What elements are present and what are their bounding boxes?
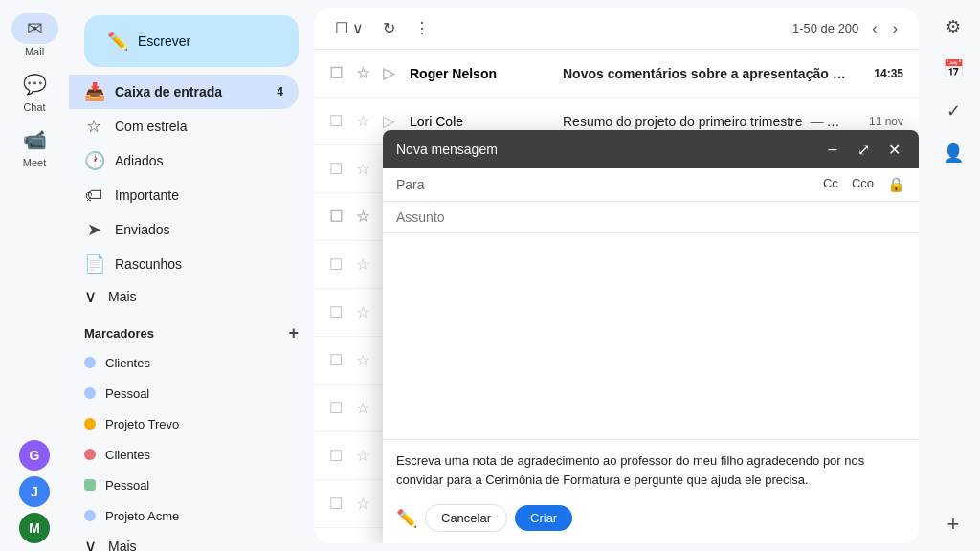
sidebar-item-meet[interactable]: 📹 Meet	[0, 119, 69, 174]
avatar-2[interactable]: J	[19, 476, 50, 507]
more-options-button[interactable]: ⋮	[409, 15, 435, 41]
tasks-button[interactable]: ✓	[934, 92, 972, 130]
checkbox-icon[interactable]: ☐	[329, 495, 348, 513]
sidebar-item-chat[interactable]: 💬 Chat	[0, 63, 69, 119]
checkbox-icon[interactable]: ☐	[329, 303, 348, 321]
checkbox-icon[interactable]: ☐	[329, 112, 348, 130]
star-icon[interactable]: ☆	[356, 399, 375, 417]
toolbar-right: 1-50 de 200 ‹ ›	[792, 16, 903, 41]
labels-title: Marcadores	[84, 326, 154, 341]
label-item-pessoal1[interactable]: Pessoal	[69, 378, 299, 408]
chevron-down-icon: ∨	[84, 286, 97, 307]
label-name-projeto-trevo: Projeto Trevo	[105, 417, 179, 431]
chevron-down-icon-2: ∨	[84, 536, 97, 551]
checkbox-icon[interactable]: ☐	[329, 542, 348, 543]
label-dot-clientes2	[84, 449, 96, 460]
label-item-clientes2[interactable]: Clientes	[69, 439, 299, 470]
mail-icon: ✉	[27, 17, 43, 40]
checkbox-icon[interactable]: ☐	[329, 160, 348, 178]
compose-label: Escrever	[138, 33, 190, 49]
ai-cancel-button[interactable]: Cancelar	[425, 504, 507, 532]
email-row[interactable]: ☐ ☆ ▷ Roger Nelson Novos comentários sob…	[314, 50, 919, 98]
main-content: ☐ ∨ ↻ ⋮ 1-50 de 200 ‹ › ☐ ☆ ▷ Roger Nels…	[314, 8, 919, 543]
star-icon[interactable]: ☆	[356, 495, 375, 513]
cc-label[interactable]: Cc	[823, 176, 838, 193]
avatar-3[interactable]: M	[19, 513, 50, 543]
label-dot-pessoal2	[84, 479, 96, 491]
nav-item-drafts[interactable]: 📄 Rascunhos	[69, 247, 299, 281]
label-dot-projeto-trevo	[84, 418, 96, 430]
star-icon[interactable]: ☆	[356, 112, 375, 130]
nav-item-important[interactable]: 🏷 Importante	[69, 178, 299, 212]
nav-item-snoozed[interactable]: 🕐 Adiados	[69, 143, 299, 178]
compose-modal: Nova mensagem – ⤢ ✕ Para Cc Cco 🔒	[383, 130, 919, 543]
ai-suggestion-box: Escreva uma nota de agradecimento ao pro…	[383, 439, 919, 543]
ai-actions: ✏️ Cancelar Criar	[396, 504, 905, 532]
avatar-1[interactable]: G	[19, 440, 50, 471]
nav-item-sent[interactable]: ➤ Enviados	[69, 212, 299, 247]
nav-label-important: Importante	[115, 187, 179, 203]
star-icon[interactable]: ☆	[356, 255, 375, 274]
star-icon[interactable]: ☆	[356, 64, 375, 82]
checkbox-icon[interactable]: ☐	[329, 351, 348, 369]
refresh-button[interactable]: ↻	[377, 15, 401, 41]
label-item-pessoal2[interactable]: Pessoal	[69, 470, 299, 500]
label-dot-projeto-acme	[84, 510, 96, 521]
snooze-icon[interactable]: ▷	[383, 64, 402, 82]
add-panel-button[interactable]: +	[934, 505, 972, 543]
checkbox-icon[interactable]: ☐	[329, 64, 348, 82]
calendar-button[interactable]: 📅	[934, 50, 972, 88]
select-all-button[interactable]: ☐ ∨	[329, 15, 369, 41]
wand-icon: ✏️	[396, 508, 417, 529]
star-icon: ☆	[84, 116, 103, 137]
star-icon[interactable]: ☆	[356, 208, 375, 226]
settings-button[interactable]: ⚙	[934, 8, 972, 46]
label-item-projeto-acme[interactable]: Projeto Acme	[69, 500, 299, 531]
nav-item-starred[interactable]: ☆ Com estrela	[69, 109, 299, 143]
checkbox-icon[interactable]: ☐	[329, 399, 348, 417]
labels-more[interactable]: ∨ Mais	[69, 531, 299, 551]
ai-create-button[interactable]: Criar	[515, 505, 572, 531]
label-name-pessoal2: Pessoal	[105, 478, 149, 493]
email-subject-snippet: Resumo do projeto do primeiro trimestre …	[563, 114, 846, 129]
nav-label-drafts: Rascunhos	[115, 256, 182, 272]
nav-item-more[interactable]: ∨ Mais	[69, 281, 299, 312]
label-item-clientes1[interactable]: Clientes	[69, 347, 299, 378]
expand-button[interactable]: ⤢	[852, 138, 875, 161]
nav-item-inbox[interactable]: 📥 Caixa de entrada 4	[69, 75, 299, 109]
subject-input[interactable]	[396, 209, 905, 225]
star-icon[interactable]: ☆	[356, 447, 375, 465]
close-compose-button[interactable]: ✕	[882, 138, 905, 161]
nav-label-snoozed: Adiados	[115, 153, 164, 168]
contacts-button[interactable]: 👤	[934, 134, 972, 172]
pagination-arrows: ‹ ›	[866, 16, 903, 41]
meet-label: Meet	[23, 157, 46, 168]
clock-icon: 🕐	[84, 150, 103, 171]
label-dot-pessoal1	[84, 387, 96, 399]
next-page-button[interactable]: ›	[887, 16, 903, 41]
label-name-clientes2: Clientes	[105, 448, 150, 462]
label-item-projeto-trevo[interactable]: Projeto Trevo	[69, 408, 299, 439]
checkbox-icon[interactable]: ☐	[329, 447, 348, 465]
to-input[interactable]	[444, 177, 823, 192]
star-icon[interactable]: ☆	[356, 303, 375, 321]
checkbox-icon[interactable]: ☐	[329, 255, 348, 274]
minimize-button[interactable]: –	[821, 138, 844, 161]
prev-page-button[interactable]: ‹	[866, 16, 882, 41]
checkbox-icon[interactable]: ☐	[329, 208, 348, 226]
label-name-pessoal1: Pessoal	[105, 386, 149, 401]
star-icon[interactable]: ☆	[356, 542, 375, 543]
compose-header: Nova mensagem – ⤢ ✕	[383, 130, 919, 168]
snooze-icon[interactable]: ▷	[383, 112, 402, 130]
meet-icon: 📹	[23, 128, 47, 151]
add-label-button[interactable]: +	[288, 323, 299, 343]
chat-icon: 💬	[23, 73, 47, 96]
sidebar-item-mail[interactable]: ✉ Mail	[0, 8, 69, 63]
toolbar: ☐ ∨ ↻ ⋮ 1-50 de 200 ‹ ›	[314, 8, 919, 50]
compose-title: Nova mensagem	[396, 142, 821, 157]
chat-label: Chat	[23, 101, 45, 113]
compose-button[interactable]: ✏️ Escrever	[84, 15, 299, 67]
star-icon[interactable]: ☆	[356, 160, 375, 178]
bcc-label[interactable]: Cco	[852, 176, 874, 193]
star-icon[interactable]: ☆	[356, 351, 375, 369]
